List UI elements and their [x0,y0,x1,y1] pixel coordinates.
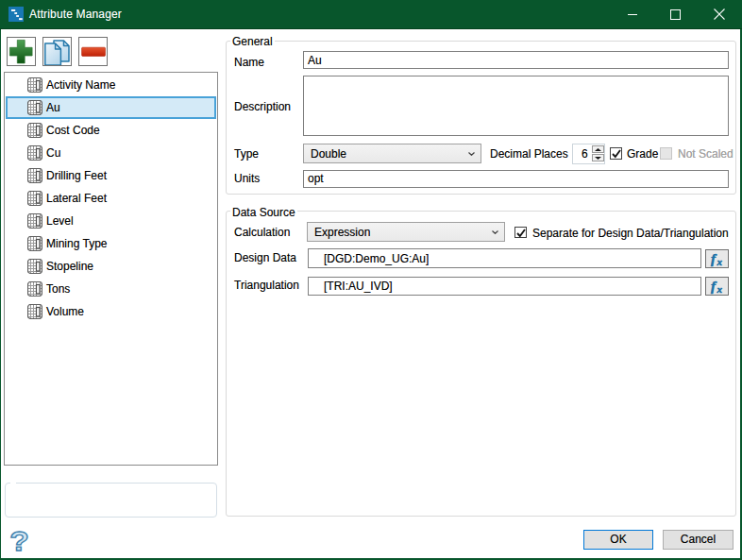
svg-text:?: ? [9,525,29,557]
svg-text:x: x [717,283,723,295]
svg-text:x: x [717,256,723,267]
